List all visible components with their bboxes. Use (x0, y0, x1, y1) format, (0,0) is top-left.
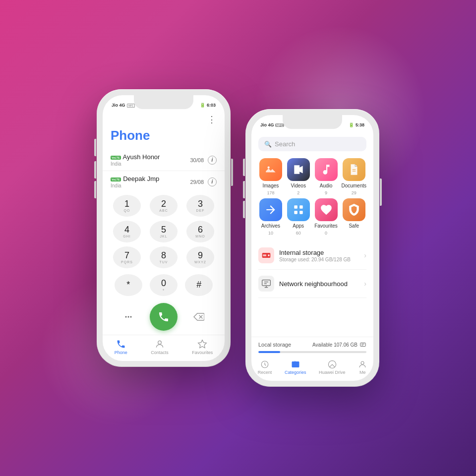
dialpad: 1QO 2ABC 3DEF 4GHI 5JKL 6MNO 7PQRS 8TUV … (103, 191, 225, 335)
files-nav-categories[interactable]: Categories (285, 360, 306, 375)
dial-btn-5[interactable]: 5JKL (150, 221, 178, 242)
cat-label-videos: Videos (291, 183, 306, 188)
call-subtitle-1: India (111, 161, 190, 167)
nav-phone-label: Phone (115, 350, 127, 355)
call-subtitle-2: India (111, 183, 190, 188)
category-documents[interactable]: Documents 29 (341, 158, 366, 195)
cat-label-safe: Safe (349, 223, 359, 229)
cat-label-archives: Archives (261, 223, 280, 229)
phone-bottom-nav: Phone Contacts Favourites (103, 335, 225, 361)
dialpad-grid: 1QO 2ABC 3DEF 4GHI 5JKL 6MNO 7PQRS 8TUV … (111, 195, 217, 268)
svg-rect-13 (299, 211, 303, 214)
network-chevron: › (364, 280, 366, 288)
local-storage-label: Local storage (258, 342, 291, 348)
category-audio[interactable]: Audio 9 (314, 158, 339, 195)
category-safe[interactable]: Safe (341, 198, 366, 236)
recent-calls: VoLTE Ayush Honor India 30/08 i VoLTE De… (103, 149, 225, 191)
call-date-1: 30/08 (190, 157, 204, 163)
files-nav-recent-label: Recent (258, 370, 272, 375)
category-archives[interactable]: Archives 10 (258, 198, 283, 236)
volte-badge-2: VoLTE (111, 178, 121, 181)
network-info: Network neighbourhood (279, 280, 364, 288)
files-nav-me[interactable]: Me (358, 360, 367, 375)
dial-btn-8[interactable]: 8TUV (150, 246, 178, 268)
time-battery-1: 🔋 6:03 (200, 103, 216, 108)
internal-storage-info: Internal storage Storage used: 20.94 GB/… (279, 249, 364, 262)
files-nav-huawei-drive[interactable]: Huawei Drive (319, 360, 346, 375)
call-button[interactable] (150, 303, 178, 331)
volte-badge-1: VoLTE (111, 156, 121, 160)
phone-1: Jio 4G NFC 🔋 6:03 ⋮ Phone VoLTE (97, 89, 231, 367)
dial-btn-6[interactable]: 6MNO (186, 221, 214, 242)
svg-marker-6 (198, 340, 207, 348)
svg-rect-16 (263, 254, 266, 256)
delete-button[interactable] (185, 306, 213, 328)
dial-btn-9[interactable]: 9WXYZ (186, 246, 214, 268)
info-btn-2[interactable]: i (208, 178, 217, 186)
network-neighbourhood[interactable]: Network neighbourhood › (258, 270, 366, 298)
nfc-badge: NFC (127, 104, 135, 108)
phones-container: Jio 4G NFC 🔋 6:03 ⋮ Phone VoLTE (97, 89, 379, 387)
cat-count-archives: 10 (268, 231, 273, 236)
carrier-2: Jio 4G NFC (260, 122, 284, 127)
internal-storage-chevron: › (364, 251, 366, 259)
category-apps[interactable]: Apps 60 (286, 198, 311, 236)
call-item-1[interactable]: VoLTE Ayush Honor India 30/08 i (103, 149, 225, 171)
dial-btn-1[interactable]: 1QO (113, 195, 141, 217)
files-nav-me-label: Me (359, 370, 366, 375)
battery-icon-1: 🔋 (200, 103, 205, 108)
files-nav-recent[interactable]: Recent (258, 360, 272, 375)
dial-btn-4[interactable]: 4GHI (113, 221, 141, 242)
internal-storage[interactable]: Internal storage Storage used: 20.94 GB/… (258, 241, 366, 270)
huawei-drive-icon (328, 360, 337, 369)
nav-contacts[interactable]: Contacts (151, 339, 169, 355)
category-videos[interactable]: Videos 2 (286, 158, 311, 195)
info-btn-1[interactable]: i (208, 156, 217, 165)
network-name: Network neighbourhood (279, 280, 364, 288)
cat-label-audio: Audio (320, 183, 333, 188)
dial-hash[interactable]: # (185, 274, 213, 296)
dialpad-dots[interactable] (115, 306, 142, 328)
notch-2 (283, 115, 342, 129)
carrier-1: Jio 4G NFC (112, 103, 135, 108)
dial-btn-7[interactable]: 7PQRS (113, 246, 141, 268)
cat-label-images: Images (263, 183, 279, 188)
internal-storage-icon (258, 247, 274, 263)
phone-2-screen: Jio 4G NFC 🔋 5:38 🔍 Search (251, 115, 373, 381)
dial-btn-3[interactable]: 3DEF (186, 195, 214, 217)
cat-label-apps: Apps (293, 223, 304, 229)
phone-1-screen: Jio 4G NFC 🔋 6:03 ⋮ Phone VoLTE (103, 95, 225, 361)
dial-zero[interactable]: 0+ (150, 274, 178, 296)
svg-point-15 (268, 254, 269, 256)
search-bar[interactable]: 🔍 Search (258, 137, 366, 151)
cat-count-apps: 60 (296, 231, 301, 236)
menu-dots[interactable]: ⋮ (207, 115, 217, 124)
categories-grid: Images 178 Videos 2 (251, 154, 373, 239)
nav-favourites[interactable]: Favourites (192, 339, 213, 355)
dial-btn-2[interactable]: 2ABC (150, 195, 178, 217)
files-header: 🔍 Search (251, 133, 373, 154)
category-favourites[interactable]: Favourites 0 (314, 198, 339, 236)
svg-point-5 (158, 341, 162, 344)
phone-app-header: ⋮ (103, 113, 225, 128)
nav-favourites-label: Favourites (192, 350, 213, 355)
svg-point-1 (127, 316, 129, 318)
call-item-2[interactable]: VoLTE Deepak Jmp India 29/08 i (103, 171, 225, 191)
category-images[interactable]: Images 178 (258, 158, 283, 195)
nav-phone[interactable]: Phone (115, 339, 127, 355)
cat-label-favourites: Favourites (314, 223, 338, 229)
svg-point-7 (267, 167, 269, 169)
phone-title: Phone (103, 128, 225, 149)
svg-point-2 (130, 316, 131, 318)
cat-label-documents: Documents (341, 183, 366, 188)
call-date-2: 29/08 (190, 179, 204, 185)
call-name-1: VoLTE Ayush Honor (111, 153, 190, 161)
call-info-1: VoLTE Ayush Honor India (111, 153, 190, 167)
dialpad-bottom: * 0+ # (111, 272, 217, 298)
dial-star[interactable]: * (115, 274, 142, 296)
cat-count-favourites: 0 (325, 231, 327, 236)
recent-icon (260, 360, 269, 369)
time-2: 5:38 (356, 122, 364, 127)
files-bottom-nav: Recent Categories Huawei Drive (251, 356, 373, 381)
cat-count-audio: 9 (325, 190, 327, 195)
